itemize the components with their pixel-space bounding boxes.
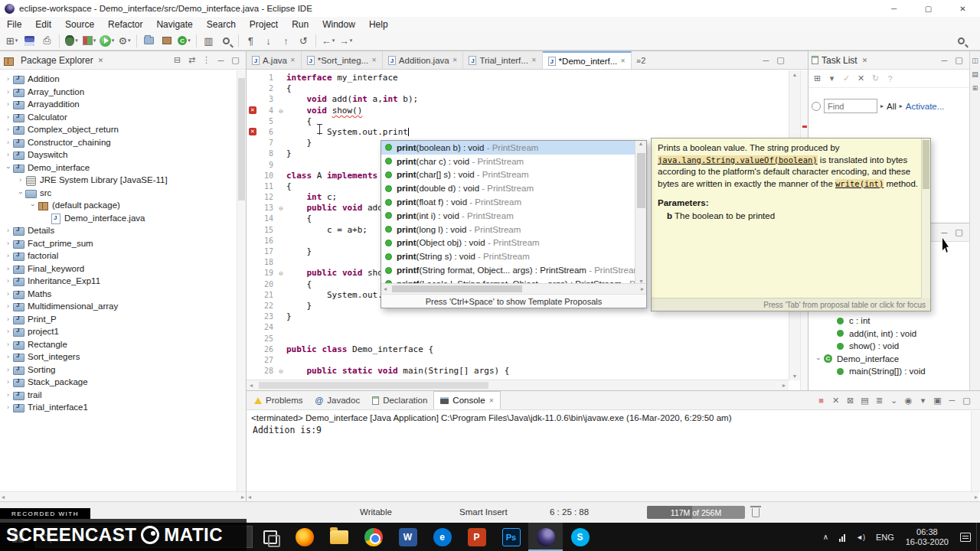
minimize-icon[interactable]: ─ — [945, 393, 959, 407]
find-input[interactable] — [824, 99, 877, 113]
tree-item-details[interactable]: ›Details — [0, 224, 246, 237]
notification-center-icon[interactable] — [955, 523, 976, 551]
close-icon[interactable]: ✕ — [531, 57, 537, 64]
previous-annotation-icon[interactable]: ↑ — [278, 32, 294, 49]
outline-item-main-string-void[interactable]: main(String[]) : void — [808, 365, 969, 378]
error-marker-icon[interactable] — [247, 106, 259, 116]
completion-item[interactable]: print(char[] s) : void - PrintStream — [381, 168, 635, 182]
code-line-2[interactable]: 2{ — [247, 83, 808, 94]
tree-item-trial-interface1[interactable]: ›Trial_interface1 — [0, 401, 246, 414]
close-icon[interactable]: ✕ — [862, 57, 868, 64]
maximize-icon[interactable]: ▢ — [952, 54, 966, 67]
tree-item-src[interactable]: ›src — [0, 187, 246, 200]
pkg-horizontal-scrollbar[interactable]: ◂▸ — [0, 491, 246, 501]
chevron-icon[interactable]: › — [3, 341, 13, 348]
scroll-lock-icon[interactable]: ≣ — [872, 393, 887, 407]
chevron-icon[interactable]: › — [3, 139, 13, 146]
minimize-icon[interactable]: ─ — [937, 54, 952, 67]
minimize-icon[interactable]: ─ — [759, 54, 773, 67]
coverage-icon[interactable]: ▾ — [81, 32, 97, 49]
language-indicator[interactable]: ENG — [871, 523, 900, 551]
chevron-icon[interactable]: › — [3, 227, 13, 234]
code-line-25[interactable]: 25 — [247, 334, 808, 344]
console-vertical-scrollbar[interactable] — [971, 411, 980, 492]
remove-launch-icon[interactable]: ✕ — [828, 393, 843, 407]
remove-all-launches-icon[interactable]: ⊠ — [843, 393, 858, 407]
taskbar-eclipse[interactable] — [528, 523, 563, 551]
chevron-icon[interactable]: › — [3, 403, 13, 411]
pkg-vertical-scrollbar[interactable] — [237, 70, 246, 492]
chevron-icon[interactable]: › — [3, 75, 13, 83]
window-close-button[interactable]: ✕ — [946, 0, 980, 17]
minimize-icon[interactable]: ─ — [937, 226, 952, 240]
completion-item[interactable]: printf(Locale l, String format, Object..… — [381, 277, 635, 283]
completion-item[interactable]: print(int i) : void - PrintStream — [381, 209, 635, 223]
minimize-icon[interactable]: ─ — [214, 54, 228, 67]
delete-task-icon[interactable]: ✕ — [854, 72, 868, 86]
tree-item-addition[interactable]: ›Addition — [0, 73, 246, 86]
chevron-icon[interactable]: › — [3, 151, 13, 158]
completion-item[interactable]: print(long l) : void - PrintStream — [381, 223, 635, 236]
completion-item[interactable]: printf(String format, Object... args) : … — [381, 263, 635, 277]
chevron-icon[interactable]: › — [15, 176, 25, 184]
chevron-icon[interactable]: › — [815, 354, 822, 364]
close-icon[interactable]: ✕ — [371, 57, 377, 64]
javadoc-link-write[interactable]: write(int) — [835, 179, 884, 188]
new-class-icon[interactable]: ▾ — [176, 32, 192, 49]
close-icon[interactable]: ✕ — [98, 57, 104, 64]
menu-item-edit[interactable]: Edit — [28, 17, 58, 31]
tree-item-array-function[interactable]: ›Array_function — [0, 86, 246, 99]
tree-item-print-p[interactable]: ›Print_P — [0, 313, 246, 326]
chevron-icon[interactable]: › — [29, 201, 37, 210]
chevron-icon[interactable]: › — [3, 113, 13, 121]
menu-item-run[interactable]: Run — [285, 17, 315, 31]
completion-horizontal-scrollbar[interactable]: ◂▸ — [381, 283, 646, 294]
outline-item-demo-interface[interactable]: ›Demo_interface — [808, 353, 969, 366]
network-icon[interactable] — [834, 523, 851, 551]
tab-overflow[interactable]: »2 — [632, 56, 650, 65]
maximize-icon[interactable]: ▢ — [773, 54, 788, 67]
display-selected-console-icon[interactable]: ▾ — [916, 393, 930, 407]
close-icon[interactable]: ✕ — [452, 57, 458, 64]
restore-view-icon-2[interactable]: ▤ — [971, 70, 980, 79]
code-line-4[interactable]: 4⊖ void show() — [247, 106, 808, 116]
tab-trial-interf[interactable]: Trial_interf...✕ — [463, 51, 542, 69]
chevron-icon[interactable]: › — [3, 126, 13, 133]
completion-item[interactable]: print(float f) : void - PrintStream — [381, 195, 635, 209]
fold-icon[interactable]: ⊖ — [276, 106, 286, 116]
code-line-26[interactable]: 26public class Demo_interface { — [247, 344, 808, 355]
maximize-icon[interactable]: ▢ — [952, 226, 966, 240]
code-line-27[interactable]: 27 — [247, 355, 808, 366]
completion-item[interactable]: print(boolean b) : void - PrintStream — [381, 141, 635, 155]
editor-horizontal-scrollbar[interactable]: ◂▸ — [247, 380, 789, 390]
chevron-icon[interactable]: › — [3, 100, 13, 108]
code-line-24[interactable]: 24 — [247, 322, 808, 333]
chevron-icon[interactable]: › — [3, 328, 13, 335]
tree-item-project1[interactable]: ›project1 — [0, 325, 246, 338]
taskbar-chrome[interactable] — [356, 523, 390, 551]
tree-item-multidimensional-array[interactable]: ›Multidimensional_array — [0, 300, 246, 313]
tab-problems[interactable]: Problems — [248, 391, 309, 409]
chevron-icon[interactable]: › — [17, 187, 24, 197]
restore-view-icon-1[interactable]: ◫ — [971, 56, 980, 65]
chevron-icon[interactable]: › — [3, 378, 13, 386]
tree-item-rectangle[interactable]: ›Rectangle — [0, 338, 246, 351]
tree-item-sort-integers[interactable]: ›Sort_integers — [0, 350, 246, 364]
debug-icon[interactable]: ▾ — [64, 32, 80, 49]
code-line-6[interactable]: 6 System.out.print — [247, 127, 808, 138]
menu-item-window[interactable]: Window — [315, 17, 362, 31]
code-line-5[interactable]: 5 { — [247, 116, 808, 127]
tab-javadoc[interactable]: Javadoc — [309, 391, 367, 409]
outline-item-add-int-int-void[interactable]: add(int, int) : void — [808, 328, 969, 341]
close-icon[interactable]: ✕ — [290, 57, 296, 64]
view-menu-icon[interactable]: ⋮ — [199, 54, 214, 67]
outline-item-c-int[interactable]: c : int — [808, 315, 969, 328]
run-icon[interactable]: ▾ — [99, 32, 115, 49]
new-package-icon[interactable] — [158, 32, 175, 49]
tree-item-jre-system-library-javase-11[interactable]: ›JRE System Library [JavaSE-11] — [0, 174, 246, 187]
show-whitespace-icon[interactable]: ¶ — [243, 32, 259, 49]
error-marker-icon[interactable] — [247, 127, 259, 138]
tab-declaration[interactable]: Declaration — [366, 391, 433, 409]
completion-item[interactable]: print(String s) : void - PrintStream — [381, 249, 635, 263]
tree-item-final-keyword[interactable]: ›Final_keyword — [0, 262, 246, 276]
